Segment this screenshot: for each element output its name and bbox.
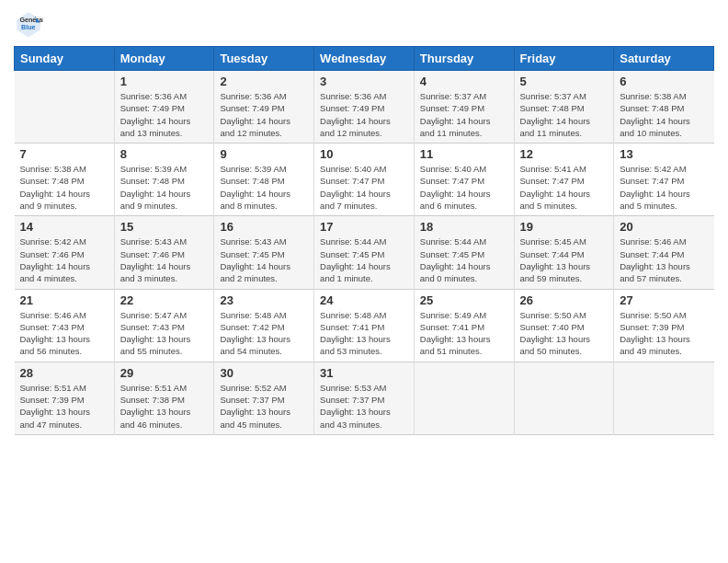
- day-number: 13: [620, 147, 708, 161]
- calendar-cell: 23Sunrise: 5:48 AM Sunset: 7:42 PM Dayli…: [214, 289, 314, 362]
- logo-icon: General Blue: [14, 9, 43, 39]
- calendar-cell: 24Sunrise: 5:48 AM Sunset: 7:41 PM Dayli…: [314, 289, 415, 362]
- week-row-4: 21Sunrise: 5:46 AM Sunset: 7:43 PM Dayli…: [15, 289, 714, 362]
- col-friday: Friday: [514, 47, 614, 71]
- calendar-cell: 26Sunrise: 5:50 AM Sunset: 7:40 PM Dayli…: [514, 289, 614, 362]
- calendar-cell: 19Sunrise: 5:45 AM Sunset: 7:44 PM Dayli…: [514, 216, 614, 289]
- day-info: Sunrise: 5:50 AM Sunset: 7:40 PM Dayligh…: [520, 309, 609, 358]
- day-number: 1: [120, 75, 209, 88]
- calendar-cell: 13Sunrise: 5:42 AM Sunset: 7:47 PM Dayli…: [614, 144, 714, 216]
- day-number: 9: [220, 147, 308, 161]
- week-row-2: 7Sunrise: 5:38 AM Sunset: 7:48 PM Daylig…: [15, 144, 714, 216]
- day-info: Sunrise: 5:40 AM Sunset: 7:47 PM Dayligh…: [420, 163, 508, 212]
- week-row-5: 28Sunrise: 5:51 AM Sunset: 7:39 PM Dayli…: [15, 362, 714, 434]
- day-info: Sunrise: 5:39 AM Sunset: 7:48 PM Dayligh…: [120, 163, 209, 212]
- day-info: Sunrise: 5:47 AM Sunset: 7:43 PM Dayligh…: [120, 309, 209, 358]
- day-info: Sunrise: 5:40 AM Sunset: 7:47 PM Dayligh…: [320, 163, 408, 212]
- day-info: Sunrise: 5:39 AM Sunset: 7:48 PM Dayligh…: [220, 163, 308, 212]
- day-info: Sunrise: 5:36 AM Sunset: 7:49 PM Dayligh…: [220, 90, 308, 139]
- col-monday: Monday: [114, 47, 214, 71]
- day-info: Sunrise: 5:46 AM Sunset: 7:43 PM Dayligh…: [20, 309, 108, 358]
- calendar-cell: 1Sunrise: 5:36 AM Sunset: 7:49 PM Daylig…: [114, 71, 214, 144]
- day-info: Sunrise: 5:44 AM Sunset: 7:45 PM Dayligh…: [420, 236, 508, 284]
- col-sunday: Sunday: [15, 47, 115, 71]
- day-number: 16: [220, 220, 308, 234]
- logo: General Blue: [14, 9, 47, 39]
- day-info: Sunrise: 5:48 AM Sunset: 7:41 PM Dayligh…: [320, 309, 408, 358]
- calendar-cell: 9Sunrise: 5:39 AM Sunset: 7:48 PM Daylig…: [214, 144, 314, 216]
- calendar-cell: 16Sunrise: 5:43 AM Sunset: 7:45 PM Dayli…: [214, 216, 314, 289]
- calendar-cell: 8Sunrise: 5:39 AM Sunset: 7:48 PM Daylig…: [114, 144, 214, 216]
- day-info: Sunrise: 5:38 AM Sunset: 7:48 PM Dayligh…: [620, 90, 708, 139]
- page: General Blue SundayMondayTuesdayWednesda…: [0, 0, 728, 563]
- day-number: 23: [220, 293, 308, 307]
- col-tuesday: Tuesday: [214, 47, 314, 71]
- day-number: 19: [520, 220, 609, 234]
- day-info: Sunrise: 5:46 AM Sunset: 7:44 PM Dayligh…: [620, 236, 708, 284]
- header: General Blue: [14, 9, 714, 39]
- calendar-cell: [15, 71, 115, 144]
- day-number: 6: [620, 75, 708, 88]
- calendar-cell: 5Sunrise: 5:37 AM Sunset: 7:48 PM Daylig…: [514, 71, 614, 144]
- day-number: 31: [320, 366, 408, 380]
- calendar-cell: [414, 362, 514, 434]
- col-saturday: Saturday: [614, 47, 714, 71]
- day-number: 8: [120, 147, 209, 161]
- day-number: 18: [420, 220, 508, 234]
- day-info: Sunrise: 5:37 AM Sunset: 7:49 PM Dayligh…: [420, 90, 508, 139]
- calendar-cell: [514, 362, 614, 434]
- day-number: 21: [20, 293, 108, 307]
- day-number: 10: [320, 147, 408, 161]
- day-info: Sunrise: 5:42 AM Sunset: 7:46 PM Dayligh…: [20, 236, 108, 284]
- calendar-cell: 20Sunrise: 5:46 AM Sunset: 7:44 PM Dayli…: [614, 216, 714, 289]
- day-info: Sunrise: 5:38 AM Sunset: 7:48 PM Dayligh…: [20, 163, 108, 212]
- day-number: 15: [120, 220, 209, 234]
- week-row-3: 14Sunrise: 5:42 AM Sunset: 7:46 PM Dayli…: [15, 216, 714, 289]
- day-number: 17: [320, 220, 408, 234]
- week-row-1: 1Sunrise: 5:36 AM Sunset: 7:49 PM Daylig…: [15, 71, 714, 144]
- day-number: 5: [520, 75, 609, 88]
- day-number: 20: [620, 220, 708, 234]
- day-number: 24: [320, 293, 408, 307]
- header-row: SundayMondayTuesdayWednesdayThursdayFrid…: [15, 47, 714, 71]
- day-info: Sunrise: 5:45 AM Sunset: 7:44 PM Dayligh…: [520, 236, 609, 284]
- calendar-cell: 4Sunrise: 5:37 AM Sunset: 7:49 PM Daylig…: [414, 71, 514, 144]
- day-info: Sunrise: 5:53 AM Sunset: 7:37 PM Dayligh…: [320, 382, 408, 431]
- day-info: Sunrise: 5:51 AM Sunset: 7:38 PM Dayligh…: [120, 382, 209, 431]
- calendar-cell: 21Sunrise: 5:46 AM Sunset: 7:43 PM Dayli…: [15, 289, 115, 362]
- day-number: 12: [520, 147, 609, 161]
- calendar-cell: 7Sunrise: 5:38 AM Sunset: 7:48 PM Daylig…: [15, 144, 115, 216]
- col-wednesday: Wednesday: [314, 47, 415, 71]
- calendar-cell: [614, 362, 714, 434]
- calendar-cell: 30Sunrise: 5:52 AM Sunset: 7:37 PM Dayli…: [214, 362, 314, 434]
- calendar-cell: 14Sunrise: 5:42 AM Sunset: 7:46 PM Dayli…: [15, 216, 115, 289]
- calendar-cell: 10Sunrise: 5:40 AM Sunset: 7:47 PM Dayli…: [314, 144, 415, 216]
- calendar-cell: 18Sunrise: 5:44 AM Sunset: 7:45 PM Dayli…: [414, 216, 514, 289]
- day-info: Sunrise: 5:51 AM Sunset: 7:39 PM Dayligh…: [20, 382, 108, 431]
- day-info: Sunrise: 5:42 AM Sunset: 7:47 PM Dayligh…: [620, 163, 708, 212]
- day-number: 27: [620, 293, 708, 307]
- day-info: Sunrise: 5:50 AM Sunset: 7:39 PM Dayligh…: [620, 309, 708, 358]
- day-info: Sunrise: 5:43 AM Sunset: 7:45 PM Dayligh…: [220, 236, 308, 284]
- day-number: 14: [20, 220, 108, 234]
- calendar-body: 1Sunrise: 5:36 AM Sunset: 7:49 PM Daylig…: [15, 71, 714, 435]
- calendar-cell: 2Sunrise: 5:36 AM Sunset: 7:49 PM Daylig…: [214, 71, 314, 144]
- day-info: Sunrise: 5:43 AM Sunset: 7:46 PM Dayligh…: [120, 236, 209, 284]
- calendar-cell: 12Sunrise: 5:41 AM Sunset: 7:47 PM Dayli…: [514, 144, 614, 216]
- day-number: 4: [420, 75, 508, 88]
- day-info: Sunrise: 5:48 AM Sunset: 7:42 PM Dayligh…: [220, 309, 308, 358]
- day-info: Sunrise: 5:44 AM Sunset: 7:45 PM Dayligh…: [320, 236, 408, 284]
- day-info: Sunrise: 5:36 AM Sunset: 7:49 PM Dayligh…: [320, 90, 408, 139]
- day-number: 22: [120, 293, 209, 307]
- calendar-cell: 3Sunrise: 5:36 AM Sunset: 7:49 PM Daylig…: [314, 71, 415, 144]
- col-thursday: Thursday: [414, 47, 514, 71]
- day-number: 30: [220, 366, 308, 380]
- day-number: 28: [20, 366, 108, 380]
- day-info: Sunrise: 5:36 AM Sunset: 7:49 PM Dayligh…: [120, 90, 209, 139]
- calendar-cell: 31Sunrise: 5:53 AM Sunset: 7:37 PM Dayli…: [314, 362, 415, 434]
- day-number: 2: [220, 75, 308, 88]
- day-number: 7: [20, 147, 108, 161]
- svg-text:Blue: Blue: [21, 23, 36, 31]
- day-info: Sunrise: 5:52 AM Sunset: 7:37 PM Dayligh…: [220, 382, 308, 431]
- calendar-cell: 22Sunrise: 5:47 AM Sunset: 7:43 PM Dayli…: [114, 289, 214, 362]
